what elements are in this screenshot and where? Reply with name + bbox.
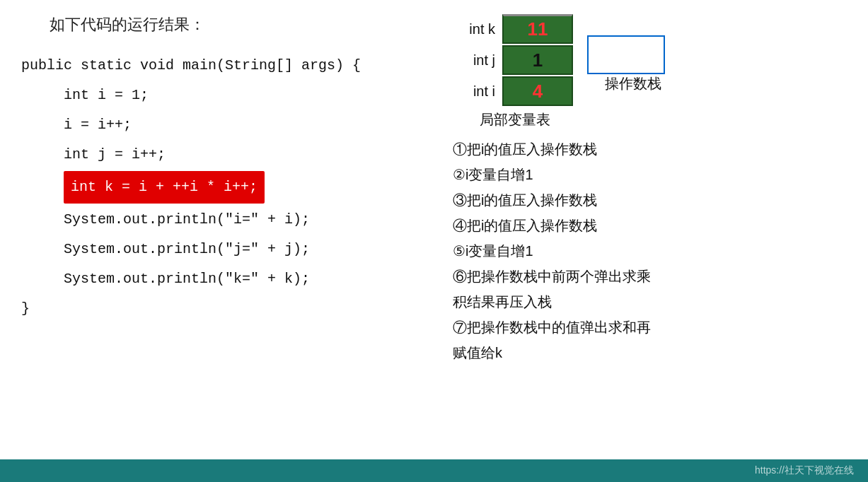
var-row-var-j: int j1 xyxy=(453,45,573,75)
step-text-8: 赋值给k xyxy=(453,340,854,365)
var-and-stack: int k11int j1int i4 局部变量表 操作数栈 xyxy=(453,14,854,129)
var-row-var-k: int k11 xyxy=(453,14,573,44)
code-line-line-i-init: int i = 1; xyxy=(64,82,417,109)
var-row-var-i: int i4 xyxy=(453,76,573,106)
var-label-var-k: int k xyxy=(453,21,495,37)
var-value-var-i: 4 xyxy=(533,81,543,102)
main-container: 如下代码的运行结果： public static void main(Strin… xyxy=(0,0,868,482)
step-text-3: ④把i的值压入操作数栈 xyxy=(453,213,854,238)
var-value-var-k: 11 xyxy=(528,18,548,40)
code-line-line-close: } xyxy=(21,295,417,322)
code-line-line-j-init: int j = i++; xyxy=(64,141,417,168)
operand-stack-label: 操作数栈 xyxy=(605,74,661,93)
right-panel: int k11int j1int i4 局部变量表 操作数栈 ①把i的值压入操作… xyxy=(439,0,868,482)
left-panel: 如下代码的运行结果： public static void main(Strin… xyxy=(0,0,439,482)
labels-row: 局部变量表 xyxy=(453,110,565,129)
step-text-7: ⑦把操作数栈中的值弹出求和再 xyxy=(453,315,854,340)
step-text-0: ①把i的值压入操作数栈 xyxy=(453,136,854,162)
var-label-var-i: int i xyxy=(453,83,495,100)
code-line-line-print-i: System.out.println("i=" + i); xyxy=(64,206,417,233)
code-line-line-i-iplus: i = i++; xyxy=(64,112,417,139)
operand-stack-box xyxy=(587,35,665,74)
code-line-highlighted: int k = i + ++i * i++; xyxy=(64,171,265,204)
step-text-5: ⑥把操作数栈中前两个弹出求乘 xyxy=(453,264,854,289)
local-var-label: 局部变量表 xyxy=(465,110,565,129)
var-box-var-i: 4 xyxy=(502,76,573,106)
code-line-method-sig: public static void main(String[] args) { xyxy=(21,52,417,79)
var-table-wrapper: int k11int j1int i4 局部变量表 xyxy=(453,14,573,129)
right-layout: int k11int j1int i4 局部变量表 操作数栈 ①把i的值压入操作… xyxy=(453,14,854,365)
steps-section: ①把i的值压入操作数栈②i变量自增1③把i的值压入操作数栈④把i的值压入操作数栈… xyxy=(453,136,854,365)
bottom-bar-text: https://社天下视觉在线 xyxy=(755,464,854,477)
bottom-bar: https://社天下视觉在线 xyxy=(0,459,868,482)
step-text-4: ⑤i变量自增1 xyxy=(453,238,854,264)
var-box-var-k: 11 xyxy=(502,14,573,44)
step-text-6: 积结果再压入栈 xyxy=(453,289,854,315)
var-value-var-j: 1 xyxy=(533,49,543,71)
step-text-2: ③把i的值压入操作数栈 xyxy=(453,187,854,213)
var-box-var-j: 1 xyxy=(502,45,573,75)
code-line-line-print-k: System.out.println("k=" + k); xyxy=(64,266,417,293)
title-text: 如下代码的运行结果： xyxy=(50,14,417,35)
var-label-var-j: int j xyxy=(453,52,495,69)
code-line-line-print-j: System.out.println("j=" + j); xyxy=(64,236,417,263)
code-block: public static void main(String[] args) {… xyxy=(21,52,417,322)
var-table: int k11int j1int i4 xyxy=(453,14,573,106)
step-text-1: ②i变量自增1 xyxy=(453,162,854,187)
stack-wrapper: 操作数栈 xyxy=(587,14,665,93)
